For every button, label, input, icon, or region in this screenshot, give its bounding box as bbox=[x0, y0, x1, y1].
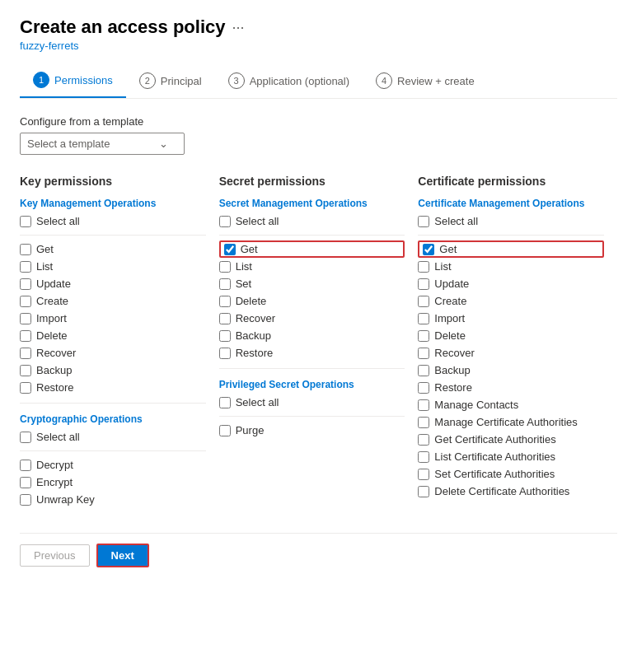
cert-create-row: Create bbox=[418, 292, 604, 310]
step-num-3: 3 bbox=[228, 72, 245, 89]
key-delete-label: Delete bbox=[36, 329, 68, 342]
secret-get-label: Get bbox=[241, 243, 258, 255]
secret-mgmt-ops-label: Secret Management Operations bbox=[219, 198, 405, 209]
secret-select-all-checkbox[interactable] bbox=[219, 216, 231, 227]
breadcrumb[interactable]: fuzzy-ferrets bbox=[20, 40, 617, 52]
key-permissions-col: Key permissions Key Management Operation… bbox=[20, 175, 219, 508]
key-select-all-checkbox[interactable] bbox=[20, 216, 31, 227]
secret-list-row: List bbox=[219, 258, 405, 275]
cert-update-checkbox[interactable] bbox=[418, 278, 429, 290]
wizard-tabs: 1 Permissions 2 Principal 3 Application … bbox=[20, 65, 617, 99]
cert-get-ca-checkbox[interactable] bbox=[418, 434, 429, 446]
key-import-checkbox[interactable] bbox=[20, 313, 31, 324]
key-crypto-ops-label: Cryptographic Operations bbox=[20, 413, 206, 425]
key-recover-checkbox[interactable] bbox=[20, 348, 31, 359]
tab-review-label: Review + create bbox=[397, 75, 475, 87]
footer: Previous Next bbox=[20, 533, 617, 567]
secret-restore-row: Restore bbox=[219, 344, 405, 362]
cert-recover-label: Recover bbox=[434, 347, 474, 359]
cert-select-all-row: Select all bbox=[418, 212, 604, 230]
key-get-label: Get bbox=[36, 243, 54, 255]
key-unwrap-checkbox[interactable] bbox=[20, 494, 31, 506]
key-get-checkbox[interactable] bbox=[20, 244, 31, 255]
key-unwrap-row: Unwrap Key bbox=[20, 491, 206, 508]
cert-list-ca-checkbox[interactable] bbox=[418, 451, 429, 463]
key-decrypt-checkbox[interactable] bbox=[20, 460, 31, 471]
cert-manage-contacts-checkbox[interactable] bbox=[418, 399, 429, 411]
cert-get-checkbox[interactable] bbox=[423, 244, 434, 255]
key-list-checkbox[interactable] bbox=[20, 261, 31, 273]
key-encrypt-label: Encrypt bbox=[36, 476, 73, 488]
tab-permissions[interactable]: 1 Permissions bbox=[20, 65, 126, 98]
cert-manage-contacts-row: Manage Contacts bbox=[418, 396, 604, 413]
cert-manage-contacts-label: Manage Contacts bbox=[434, 399, 518, 411]
cert-select-all-checkbox[interactable] bbox=[418, 216, 429, 227]
cert-recover-checkbox[interactable] bbox=[418, 348, 429, 359]
cert-backup-row: Backup bbox=[418, 362, 604, 379]
secret-purge-checkbox[interactable] bbox=[219, 425, 231, 436]
secret-permissions-header: Secret permissions bbox=[219, 175, 405, 188]
secret-backup-checkbox[interactable] bbox=[219, 330, 231, 342]
key-get-row: Get bbox=[20, 240, 206, 258]
key-encrypt-checkbox[interactable] bbox=[20, 477, 31, 488]
template-section-label: Configure from a template bbox=[20, 115, 617, 128]
secret-list-checkbox[interactable] bbox=[219, 261, 231, 273]
step-num-2: 2 bbox=[139, 72, 156, 89]
key-select-all-label: Select all bbox=[36, 215, 80, 227]
tab-application[interactable]: 3 Application (optional) bbox=[215, 66, 363, 97]
tab-review[interactable]: 4 Review + create bbox=[363, 66, 488, 97]
tab-principal-label: Principal bbox=[161, 75, 202, 87]
cert-manage-ca-row: Manage Certificate Authorities bbox=[418, 413, 604, 431]
key-decrypt-row: Decrypt bbox=[20, 456, 206, 474]
key-encrypt-row: Encrypt bbox=[20, 474, 206, 491]
cert-import-label: Import bbox=[434, 312, 465, 324]
cert-set-ca-label: Set Certificate Authorities bbox=[434, 468, 555, 480]
key-unwrap-label: Unwrap Key bbox=[36, 493, 95, 506]
key-update-checkbox[interactable] bbox=[20, 278, 31, 290]
more-options-icon[interactable]: ··· bbox=[232, 19, 244, 36]
key-crypto-select-all-label: Select all bbox=[36, 431, 80, 443]
cert-list-checkbox[interactable] bbox=[418, 261, 429, 273]
secret-recover-row: Recover bbox=[219, 310, 405, 327]
page-title: Create an access policy bbox=[20, 16, 225, 38]
key-backup-checkbox[interactable] bbox=[20, 365, 31, 376]
cert-manage-ca-label: Manage Certificate Authorities bbox=[434, 416, 577, 428]
key-recover-label: Recover bbox=[36, 347, 76, 359]
key-restore-checkbox[interactable] bbox=[20, 382, 31, 394]
cert-delete-ca-checkbox[interactable] bbox=[418, 486, 429, 497]
cert-import-checkbox[interactable] bbox=[418, 313, 429, 324]
secret-priv-select-all-checkbox[interactable] bbox=[219, 397, 231, 408]
cert-mgmt-ops-label: Certificate Management Operations bbox=[418, 198, 604, 209]
template-dropdown[interactable]: Select a template ⌄ bbox=[20, 133, 185, 155]
secret-set-checkbox[interactable] bbox=[219, 278, 231, 290]
cert-delete-ca-label: Delete Certificate Authorities bbox=[434, 485, 569, 497]
secret-list-label: List bbox=[236, 260, 252, 273]
cert-permissions-col: Certificate permissions Certificate Mana… bbox=[418, 175, 617, 508]
key-delete-row: Delete bbox=[20, 327, 206, 344]
key-create-checkbox[interactable] bbox=[20, 296, 31, 307]
cert-backup-checkbox[interactable] bbox=[418, 365, 429, 376]
secret-priv-ops-label: Privileged Secret Operations bbox=[219, 379, 405, 390]
cert-restore-checkbox[interactable] bbox=[418, 382, 429, 394]
key-permissions-header: Key permissions bbox=[20, 175, 206, 188]
key-mgmt-ops-label: Key Management Operations bbox=[20, 198, 206, 209]
key-decrypt-label: Decrypt bbox=[36, 459, 73, 471]
cert-get-ca-row: Get Certificate Authorities bbox=[418, 431, 604, 448]
key-delete-checkbox[interactable] bbox=[20, 330, 31, 342]
secret-restore-checkbox[interactable] bbox=[219, 348, 231, 359]
cert-delete-checkbox[interactable] bbox=[418, 330, 429, 342]
key-import-label: Import bbox=[36, 312, 67, 324]
next-button[interactable]: Next bbox=[96, 544, 149, 567]
cert-set-ca-checkbox[interactable] bbox=[418, 469, 429, 480]
previous-button[interactable]: Previous bbox=[20, 544, 90, 567]
secret-permissions-col: Secret permissions Secret Management Ope… bbox=[219, 175, 419, 508]
secret-priv-select-all-label: Select all bbox=[236, 396, 279, 408]
secret-recover-checkbox[interactable] bbox=[219, 313, 231, 324]
cert-create-checkbox[interactable] bbox=[418, 296, 429, 307]
key-update-label: Update bbox=[36, 278, 71, 290]
cert-manage-ca-checkbox[interactable] bbox=[418, 417, 429, 428]
key-crypto-select-all-checkbox[interactable] bbox=[20, 432, 31, 443]
secret-delete-checkbox[interactable] bbox=[219, 296, 231, 307]
tab-principal[interactable]: 2 Principal bbox=[126, 66, 215, 97]
secret-get-checkbox[interactable] bbox=[224, 244, 236, 255]
